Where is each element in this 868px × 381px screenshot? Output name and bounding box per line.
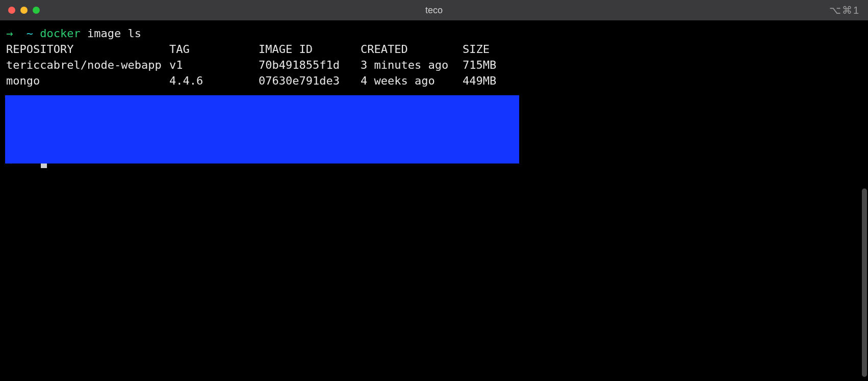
- prompt-cwd: ~: [27, 27, 33, 40]
- col-header-repository: REPOSITORY: [6, 41, 169, 57]
- cell-image-id: 70b491855f1d: [259, 57, 361, 73]
- cell-size: 449MB: [463, 73, 524, 89]
- close-icon[interactable]: [8, 7, 15, 14]
- col-header-tag: TAG: [169, 41, 259, 57]
- cell-size: 715MB: [463, 57, 524, 73]
- prompt-line: → ~ docker image ls: [6, 25, 862, 41]
- cell-tag: 4.4.6: [169, 73, 259, 89]
- cell-repository: tericcabrel/node-webapp: [6, 57, 169, 73]
- cell-created: 3 minutes ago: [361, 57, 463, 73]
- cell-image-id: 07630e791de3: [259, 73, 361, 89]
- table-row: tericcabrel/node-webappv170b491855f1d3 m…: [6, 57, 862, 73]
- text-selection-highlight[interactable]: [5, 95, 519, 164]
- table-header-row: REPOSITORYTAGIMAGE IDCREATEDSIZE: [6, 41, 862, 57]
- col-header-size: SIZE: [463, 41, 524, 57]
- cell-tag: v1: [169, 57, 259, 73]
- window-controls: [8, 7, 40, 14]
- cell-created: 4 weeks ago: [361, 73, 463, 89]
- zoom-icon[interactable]: [33, 7, 40, 14]
- titlebar[interactable]: teco ⌥⌘1: [0, 0, 868, 20]
- scrollbar-thumb[interactable]: [862, 188, 867, 377]
- col-header-image-id: IMAGE ID: [259, 41, 361, 57]
- table-row-partial-top: mongo4.4.607630e791de34 weeks ago449MB: [6, 73, 862, 89]
- shortcut-hint: ⌥⌘1: [829, 4, 860, 16]
- col-header-created: CREATED: [361, 41, 463, 57]
- terminal-content[interactable]: → ~ docker image ls REPOSITORYTAGIMAGE I…: [0, 20, 868, 381]
- command-binary: docker: [40, 27, 80, 40]
- command-args: image ls: [87, 27, 141, 40]
- terminal-window: teco ⌥⌘1 → ~ docker image ls REPOSITORYT…: [0, 0, 868, 381]
- window-title: teco: [425, 5, 443, 16]
- cell-repository: mongo: [6, 73, 169, 89]
- minimize-icon[interactable]: [20, 7, 28, 14]
- prompt-arrow-icon: →: [6, 27, 13, 40]
